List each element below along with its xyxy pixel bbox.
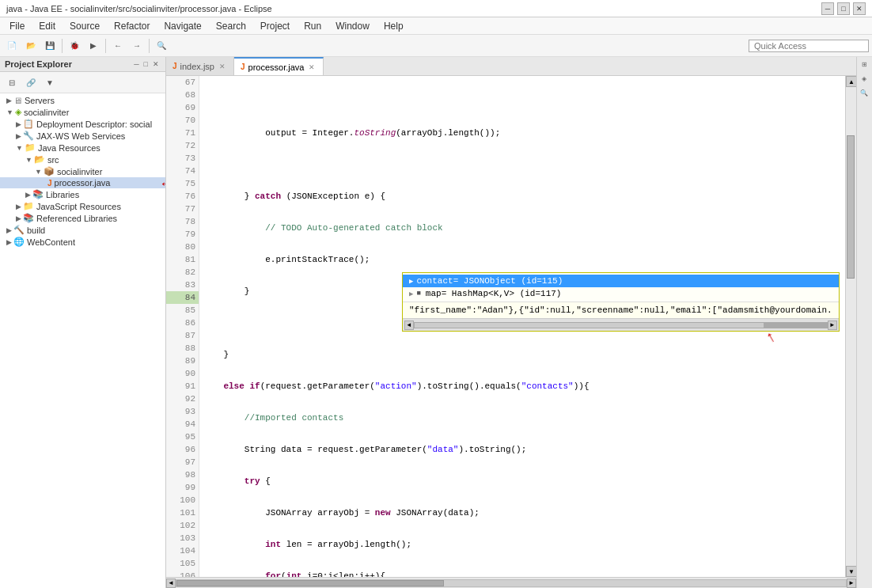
vertical-scrollbar[interactable]: ▲ ▼ — [845, 76, 856, 577]
tree-item-webcontent[interactable]: ▶ 🌐 WebContent — [0, 236, 165, 248]
jaxws-icon: 🔧 — [23, 131, 34, 141]
code-line-67 — [203, 95, 842, 108]
close-button[interactable]: ✕ — [853, 2, 866, 15]
pe-maximize[interactable]: □ — [142, 59, 150, 69]
line-104: 104 — [166, 544, 199, 557]
pe-title: Project Explorer — [5, 59, 72, 69]
tree-label-src: src — [47, 155, 59, 165]
menu-file[interactable]: File — [3, 19, 31, 33]
tooltip-bullet-2: ■ — [416, 290, 420, 298]
tab-processor-java[interactable]: J processor.java ✕ — [234, 57, 324, 75]
pe-header: Project Explorer ─ □ ✕ — [0, 57, 165, 72]
vscroll-track[interactable] — [846, 87, 856, 566]
toolbar-run[interactable]: ▶ — [85, 37, 102, 55]
pe-menu[interactable]: ▼ — [41, 74, 59, 91]
tree-arrow-build: ▶ — [6, 226, 12, 234]
code-hscroll-thumb[interactable] — [176, 580, 444, 586]
toolbar-new[interactable]: 📄 — [3, 37, 21, 55]
right-panel-btn-3[interactable]: 🔍 — [857, 85, 871, 100]
jsres-icon: 📁 — [23, 201, 34, 211]
menu-refactor[interactable]: Refactor — [108, 19, 156, 33]
toolbar-save[interactable]: 💾 — [41, 37, 59, 55]
menu-navigate[interactable]: Navigate — [157, 19, 207, 33]
line-101: 101 — [166, 506, 199, 519]
pe-link-editor[interactable]: 🔗 — [22, 74, 40, 91]
line-72: 72 — [166, 139, 199, 152]
right-panel-btn-2[interactable]: ◈ — [857, 71, 871, 85]
code-line-72: e.printStackTrace(); — [203, 253, 842, 266]
code-hscroll-right[interactable]: ► — [847, 579, 856, 588]
line-93: 93 — [166, 405, 199, 418]
line-number-gutter: 67 68 69 70 71 72 73 74 75 76 77 78 79 8… — [166, 76, 199, 577]
java-file-icon: J — [47, 179, 52, 188]
editor-area: J index.jsp ✕ J processor.java ✕ 67 68 6… — [166, 57, 856, 588]
vscroll-up[interactable]: ▲ — [846, 76, 856, 87]
menu-window[interactable]: Window — [329, 19, 376, 33]
pe-close[interactable]: ✕ — [151, 59, 161, 69]
main-area: Project Explorer ─ □ ✕ ⊟ 🔗 ▼ ▶ 🖥 Servers… — [0, 57, 872, 588]
hscroll-thumb[interactable] — [764, 323, 827, 328]
tree-item-libraries[interactable]: ▶ 📚 Libraries — [0, 188, 165, 200]
toolbar-back[interactable]: ← — [109, 37, 127, 55]
tree-item-deployment[interactable]: ▶ 📋 Deployment Descriptor: social — [0, 118, 165, 130]
tree-label-lib: Libraries — [46, 190, 79, 199]
tree-item-ref-libs[interactable]: ▶ 📚 Referenced Libraries — [0, 212, 165, 224]
pe-content[interactable]: ▶ 🖥 Servers ▼ ◈ socialinviter ▶ 📋 Deploy… — [0, 93, 165, 588]
tree-item-pkg[interactable]: ▼ 📦 socialinviter — [0, 165, 165, 177]
code-hscroll-track[interactable] — [176, 579, 847, 587]
tree-item-socialinviter[interactable]: ▼ ◈ socialinviter — [0, 106, 165, 118]
tab-close-index[interactable]: ✕ — [218, 62, 227, 71]
line-75: 75 — [166, 177, 199, 190]
tooltip-text-2: map= HashMap<K,V> (id=117) — [426, 289, 562, 298]
minimize-button[interactable]: ─ — [821, 2, 834, 15]
tree-item-java-resources[interactable]: ▼ 📁 Java Resources — [0, 142, 165, 154]
tree-item-build[interactable]: ▶ 🔨 build — [0, 224, 165, 236]
line-87: 87 — [166, 329, 199, 342]
line-67: 67 — [166, 76, 199, 89]
menu-source[interactable]: Source — [63, 19, 106, 33]
menu-edit[interactable]: Edit — [32, 19, 62, 33]
pe-collapse-all[interactable]: ⊟ — [3, 74, 21, 91]
tree-item-processor[interactable]: J processor.java ← — [0, 177, 165, 188]
tooltip-item-contact[interactable]: ▶ contact= JSONObject (id=115) — [403, 275, 839, 287]
right-panel-btn-1[interactable]: ⊞ — [857, 57, 871, 71]
pe-minimize[interactable]: ─ — [132, 59, 140, 69]
menu-run[interactable]: Run — [298, 19, 328, 33]
toolbar-debug[interactable]: 🐞 — [66, 37, 83, 55]
tree-label-deploy: Deployment Descriptor: social — [36, 119, 152, 129]
tab-close-processor[interactable]: ✕ — [307, 63, 317, 72]
toolbar-sep-1 — [62, 39, 63, 53]
tree-item-src[interactable]: ▼ 📂 src — [0, 154, 165, 165]
hscroll-left[interactable]: ◄ — [404, 321, 414, 330]
vscroll-down[interactable]: ▼ — [846, 566, 856, 577]
menu-search[interactable]: Search — [210, 19, 252, 33]
code-hscroll-left[interactable]: ◄ — [166, 579, 176, 588]
toolbar-forward[interactable]: → — [128, 37, 146, 55]
toolbar-search[interactable]: 🔍 — [153, 37, 170, 55]
line-90: 90 — [166, 367, 199, 380]
build-icon: 🔨 — [13, 225, 25, 235]
menu-help[interactable]: Help — [377, 19, 410, 33]
pe-toolbar: ⊟ 🔗 ▼ — [0, 72, 165, 93]
title-bar: java - Java EE - socialinviter/src/socia… — [0, 0, 872, 17]
tree-item-servers[interactable]: ▶ 🖥 Servers — [0, 95, 165, 106]
tree-item-js-res[interactable]: ▶ 📁 JavaScript Resources — [0, 200, 165, 212]
menu-project[interactable]: Project — [254, 19, 296, 33]
tooltip-info: "first_name":"Adan"},{"id":null,"screenn… — [403, 302, 839, 318]
line-105: 105 — [166, 557, 199, 570]
quick-access-input[interactable] — [749, 40, 869, 52]
toolbar: 📄 📂 💾 🐞 ▶ ← → 🔍 — [0, 35, 872, 57]
vscroll-thumb[interactable] — [847, 135, 855, 279]
code-line-77: //Imported contacts — [203, 412, 842, 424]
line-92: 92 — [166, 393, 199, 405]
tab-index-jsp[interactable]: J index.jsp ✕ — [166, 57, 234, 75]
hscroll-right[interactable]: ► — [828, 321, 837, 330]
hscroll-track[interactable] — [414, 322, 828, 328]
toolbar-open[interactable]: 📂 — [22, 37, 40, 55]
tooltip-item-map[interactable]: ▶ ■ map= HashMap<K,V> (id=117) — [403, 287, 839, 300]
line-97: 97 — [166, 456, 199, 469]
tree-item-jaxws[interactable]: ▶ 🔧 JAX-WS Web Services — [0, 130, 165, 142]
toolbar-sep-3 — [149, 39, 150, 53]
maximize-button[interactable]: □ — [837, 2, 850, 15]
code-line-70: } catch (JSONException e) { — [203, 190, 842, 203]
